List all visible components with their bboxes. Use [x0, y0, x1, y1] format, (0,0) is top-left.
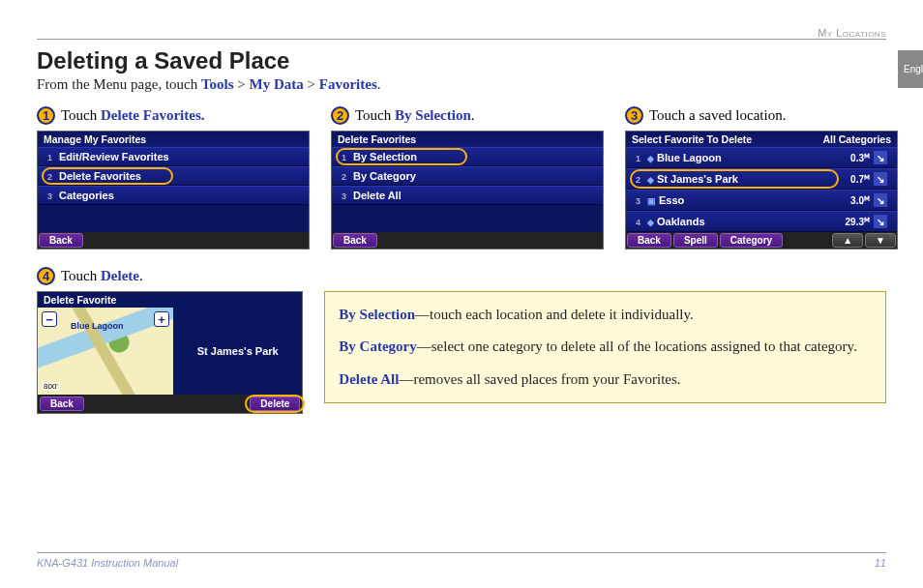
page-footer: KNA-G431 Instruction Manual 11 — [37, 552, 886, 569]
info-box: By Selection—touch each location and del… — [324, 291, 886, 403]
device-title: Select Favorite To DeleteAll Categories — [626, 132, 897, 147]
direction-icon: ↘ — [874, 172, 887, 186]
map-preview: − + Blue Lagoon 800' — [38, 308, 173, 395]
step-badge: 3 — [625, 106, 643, 125]
step-badge: 1 — [37, 106, 55, 125]
step-2: 2 Touch By Selection. Delete Favorites 1… — [331, 106, 604, 250]
back-button[interactable]: Back — [627, 233, 671, 248]
direction-icon: ↘ — [874, 151, 887, 164]
list-item-selected[interactable]: 2◆St James's Park 0.7ᴹ↘ — [626, 168, 897, 190]
device-title: Delete Favorites — [332, 132, 603, 147]
device-screenshot-1: Manage My Favorites 1Edit/Review Favorit… — [37, 131, 310, 250]
direction-icon: ↘ — [874, 215, 887, 228]
scroll-down-button[interactable]: ▼ — [865, 233, 896, 248]
step-badge: 4 — [37, 267, 55, 285]
back-button[interactable]: Back — [39, 233, 83, 248]
back-button[interactable]: Back — [40, 397, 84, 411]
map-scale: 800' — [42, 382, 60, 391]
device-screenshot-4: Delete Favorite − + Blue Lagoon 800' St … — [37, 291, 303, 414]
section-header: My Locations — [818, 27, 886, 39]
list-item[interactable]: 3Categories — [38, 186, 309, 205]
back-button[interactable]: Back — [333, 233, 377, 248]
category-button[interactable]: Category — [720, 233, 783, 248]
device-title: Manage My Favorites — [38, 132, 309, 147]
page-title: Deleting a Saved Place — [37, 47, 886, 74]
page-subtitle: From the Menu page, touch Tools > My Dat… — [37, 76, 886, 93]
list-item[interactable]: 1◆Blue Lagoon 0.3ᴹ↘ — [626, 147, 897, 168]
list-item[interactable]: 2By Category — [332, 166, 603, 186]
device-screenshot-3: Select Favorite To DeleteAll Categories … — [625, 131, 898, 250]
list-item[interactable]: 1Edit/Review Favorites — [38, 147, 309, 166]
page-number: 11 — [875, 557, 886, 569]
device-screenshot-2: Delete Favorites 1By Selection 2By Categ… — [331, 131, 604, 250]
step-1: 1 Touch Delete Favorites. Manage My Favo… — [37, 106, 310, 250]
zoom-out-button[interactable]: − — [42, 311, 57, 327]
list-item-delete-favorites[interactable]: 2Delete Favorites — [38, 166, 309, 186]
list-item-by-selection[interactable]: 1By Selection — [332, 147, 603, 166]
spell-button[interactable]: Spell — [673, 233, 718, 248]
scroll-up-button[interactable]: ▲ — [832, 233, 863, 248]
step-badge: 2 — [331, 106, 349, 125]
list-item[interactable]: 4◆Oaklands 29.3ᴹ↘ — [626, 211, 897, 232]
manual-name: KNA-G431 Instruction Manual — [37, 557, 178, 569]
divider — [37, 39, 886, 40]
list-item[interactable]: 3▣Esso 3.0ᴹ↘ — [626, 190, 897, 211]
map-label: Blue Lagoon — [71, 321, 124, 331]
device-title: Delete Favorite — [38, 292, 302, 308]
selected-place-label: St James's Park — [173, 308, 302, 395]
step-3: 3 Touch a saved location. Select Favorit… — [625, 106, 898, 250]
language-tab[interactable]: English — [898, 50, 923, 88]
direction-icon: ↘ — [874, 193, 887, 207]
delete-button[interactable]: Delete — [250, 397, 300, 411]
list-item[interactable]: 3Delete All — [332, 186, 603, 205]
zoom-in-button[interactable]: + — [154, 311, 169, 327]
